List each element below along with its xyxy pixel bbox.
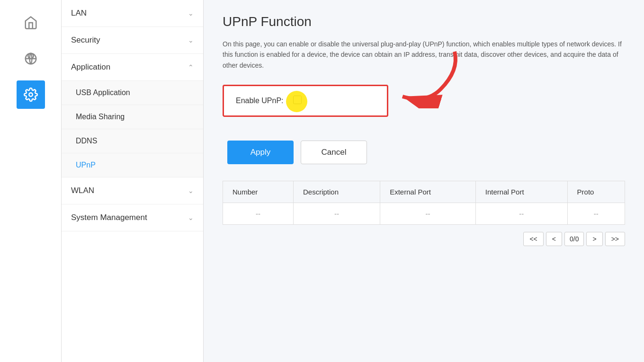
col-description: Description xyxy=(293,181,380,203)
cancel-button[interactable]: Cancel xyxy=(301,141,367,164)
nav-menu: LAN ⌄ Security ⌄ Application ⌃ USB Appli… xyxy=(62,0,204,362)
col-internal-port: Internal Port xyxy=(475,181,567,203)
prev-page-button[interactable]: < xyxy=(546,232,562,246)
table-row: -- -- -- -- -- xyxy=(223,203,625,225)
cell-number: -- xyxy=(223,203,294,225)
description-text: On this page, you can enable or disable … xyxy=(223,39,625,71)
page-title: UPnP Function xyxy=(223,14,625,29)
chevron-down-icon: ⌄ xyxy=(188,214,194,221)
chevron-up-icon: ⌃ xyxy=(188,63,194,71)
button-row: Apply Cancel xyxy=(227,141,625,164)
chevron-down-icon: ⌄ xyxy=(188,36,194,44)
nav-subitem-media-sharing[interactable]: Media Sharing xyxy=(62,105,203,129)
cursor-area xyxy=(293,96,302,106)
nav-item-lan[interactable]: LAN ⌄ xyxy=(62,0,203,27)
nav-subitem-usb-application[interactable]: USB Application xyxy=(62,81,203,105)
first-page-button[interactable]: << xyxy=(523,232,543,246)
cell-proto: -- xyxy=(567,203,625,225)
nav-item-application[interactable]: Application ⌃ xyxy=(62,54,203,81)
svg-point-1 xyxy=(29,93,33,97)
nav-subitem-ddns[interactable]: DDNS xyxy=(62,129,203,153)
enable-upnp-section: Enable UPnP: xyxy=(223,85,388,117)
upnp-table: Number Description External Port Interna… xyxy=(223,181,625,225)
application-submenu: USB Application Media Sharing DDNS UPnP xyxy=(62,81,203,177)
page-info: 0/0 xyxy=(564,232,584,246)
cell-external-port: -- xyxy=(380,203,476,225)
sidebar-icon-settings[interactable] xyxy=(17,80,45,109)
sidebar-icon-monitor[interactable] xyxy=(17,44,45,73)
nav-item-wlan[interactable]: WLAN ⌄ xyxy=(62,177,203,204)
nav-item-system-management[interactable]: System Management ⌄ xyxy=(62,204,203,231)
chevron-down-icon: ⌄ xyxy=(188,9,194,17)
enable-upnp-checkbox[interactable] xyxy=(293,96,302,104)
next-page-button[interactable]: > xyxy=(586,232,602,246)
last-page-button[interactable]: >> xyxy=(605,232,625,246)
nav-subitem-upnp[interactable]: UPnP xyxy=(62,153,203,177)
enable-upnp-label: Enable UPnP: xyxy=(236,97,284,105)
col-proto: Proto xyxy=(567,181,625,203)
sidebar xyxy=(0,0,62,362)
apply-button[interactable]: Apply xyxy=(227,141,294,164)
nav-item-security[interactable]: Security ⌄ xyxy=(62,27,203,54)
cell-description: -- xyxy=(293,203,380,225)
cell-internal-port: -- xyxy=(475,203,567,225)
sidebar-icon-home[interactable] xyxy=(17,9,45,37)
chevron-down-icon: ⌄ xyxy=(188,187,194,194)
col-external-port: External Port xyxy=(380,181,476,203)
col-number: Number xyxy=(223,181,294,203)
pagination: << < 0/0 > >> xyxy=(223,232,625,246)
main-content: UPnP Function On this page, you can enab… xyxy=(204,0,644,362)
